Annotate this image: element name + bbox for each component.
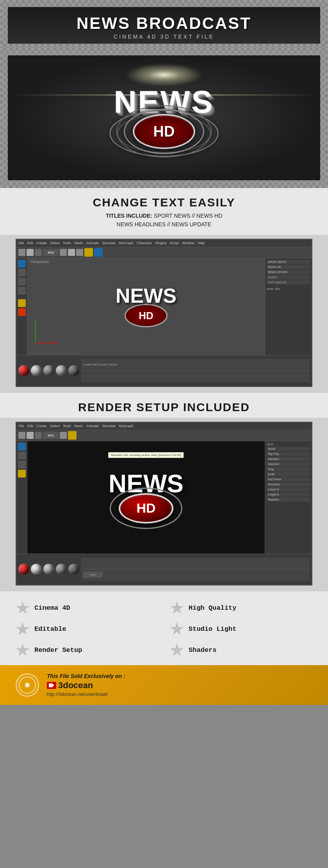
menu-create[interactable]: Create bbox=[36, 241, 47, 245]
c4d-viewport-2: Renders the currently active view [Short… bbox=[27, 441, 265, 554]
c4d-left-panel-1 bbox=[16, 258, 27, 355]
toolbar-icon-6[interactable] bbox=[68, 249, 75, 256]
c4d-screenshot-2: File Edit Create Select Tools Mesh Anima… bbox=[16, 422, 312, 586]
material-ball2-1[interactable] bbox=[18, 564, 29, 575]
right-item-point-light[interactable]: Point Light (x3) bbox=[267, 280, 310, 284]
material-ball2-2[interactable] bbox=[31, 564, 42, 575]
menu-file[interactable]: File bbox=[18, 241, 24, 245]
left-icon-4[interactable] bbox=[18, 287, 26, 295]
render-hd-badge: HD bbox=[119, 493, 173, 524]
left2-icon-3[interactable] bbox=[18, 461, 26, 469]
right2-item-scale[interactable]: Scale bbox=[267, 472, 310, 476]
c4d-right-panel-2: Mode Model Tag Prop... Standard Selectio… bbox=[265, 441, 312, 554]
menu2-select[interactable]: Select bbox=[50, 424, 60, 428]
vp-hd-text-1: HD bbox=[139, 310, 153, 322]
timeline-area-1[interactable]: Create Edit Function Texture bbox=[81, 359, 310, 382]
render-setup-title: RENDER SETUP INCLUDED bbox=[16, 401, 312, 414]
toolbar2-icon-1[interactable] bbox=[18, 432, 25, 439]
menu-character[interactable]: Character bbox=[137, 241, 152, 245]
toolbar-icon-9[interactable] bbox=[94, 248, 103, 257]
right2-item-tagprop[interactable]: Tag Prop... bbox=[267, 452, 310, 456]
left2-icon-4[interactable] bbox=[18, 470, 26, 477]
material-ball2-4[interactable] bbox=[56, 564, 67, 575]
material-ball-2[interactable] bbox=[31, 365, 42, 376]
right2-item-selection[interactable]: Selection bbox=[267, 462, 310, 466]
left-icon-3[interactable] bbox=[18, 278, 26, 286]
material-ball-5[interactable] bbox=[68, 365, 79, 376]
menu2-create[interactable]: Create bbox=[36, 424, 47, 428]
menu-edit[interactable]: Edit bbox=[27, 241, 34, 245]
menu-script[interactable]: Script bbox=[170, 241, 179, 245]
feature-badge-studio-light bbox=[170, 622, 184, 636]
right2-item-standard[interactable]: Standard bbox=[267, 457, 310, 461]
timeline-area-2[interactable]: Apply bbox=[81, 557, 310, 581]
material-ball2-3[interactable] bbox=[43, 564, 54, 575]
feature-badge-editable bbox=[16, 622, 30, 636]
right-item-news-update[interactable]: NEWS UPDATE bbox=[267, 270, 310, 274]
menu2-animate[interactable]: Animate bbox=[86, 424, 99, 428]
menu-mograph[interactable]: MoGraph bbox=[119, 241, 134, 245]
right2-item-keyframe[interactable]: Key Frame bbox=[267, 477, 310, 481]
menu-mesh[interactable]: Mesh bbox=[74, 241, 83, 245]
badge-star-cinema4d bbox=[16, 601, 30, 615]
left2-icon-1[interactable] bbox=[18, 443, 26, 451]
brand-icon-inner bbox=[49, 683, 54, 687]
menu2-simulate[interactable]: Simulate bbox=[102, 424, 116, 428]
toolbar-icons-2: XYZ bbox=[18, 431, 77, 440]
material-ball2-5[interactable] bbox=[68, 564, 79, 575]
left-icon-2[interactable] bbox=[18, 269, 26, 277]
menu2-mograph[interactable]: MoGraph bbox=[119, 424, 134, 428]
toolbar-icon-7[interactable] bbox=[76, 249, 83, 256]
footer-brand: 3docean bbox=[47, 680, 312, 690]
menu2-mesh[interactable]: Mesh bbox=[74, 424, 83, 428]
viewport-label-1: Perspective bbox=[30, 260, 49, 264]
toolbar2-icon-3[interactable] bbox=[35, 432, 42, 439]
toolbar2-icon-4[interactable]: XYZ bbox=[43, 432, 59, 439]
right2-item-length[interactable]: Length E... bbox=[267, 492, 310, 497]
toolbar2-icon-2[interactable] bbox=[27, 432, 34, 439]
right2-item-drag[interactable]: Drag bbox=[267, 467, 310, 471]
feature-item-shaders: Shaders bbox=[170, 643, 312, 657]
material-ball-3[interactable] bbox=[43, 365, 54, 376]
right-item-news-hd[interactable]: NEWS HD bbox=[267, 265, 310, 269]
c4d-body-2: Renders the currently active view [Short… bbox=[16, 441, 312, 554]
toolbar2-icon-5[interactable] bbox=[60, 432, 67, 439]
menu-help[interactable]: Help bbox=[198, 241, 205, 245]
menu-window[interactable]: Window bbox=[182, 241, 194, 245]
footer-url[interactable]: http://3docean.net/user/loswl/ bbox=[47, 692, 312, 697]
menu-plugins[interactable]: Plugins bbox=[155, 241, 167, 245]
right2-item-repetitio[interactable]: Repetitio... bbox=[267, 497, 310, 502]
menu2-file[interactable]: File bbox=[18, 424, 24, 428]
menu2-edit[interactable]: Edit bbox=[27, 424, 34, 428]
toolbar-icon-5[interactable] bbox=[60, 249, 67, 256]
menu-tools[interactable]: Tools bbox=[63, 241, 71, 245]
right2-item-geometry[interactable]: Geometry bbox=[267, 482, 310, 486]
right-item-sport-news[interactable]: SPORT NEWS bbox=[267, 260, 310, 264]
left2-icon-2[interactable] bbox=[18, 452, 26, 460]
toolbar-icon-2[interactable] bbox=[27, 249, 34, 256]
feature-item-cinema4d: Cinema 4D bbox=[16, 601, 158, 615]
left-icon-5[interactable] bbox=[18, 299, 26, 307]
vp-hd-badge-1: HD bbox=[125, 304, 168, 327]
toolbar-icon-1[interactable] bbox=[18, 249, 25, 256]
right2-item-cutout[interactable]: Cutout Id bbox=[267, 487, 310, 492]
feature-item-studio-light: Studio Light bbox=[170, 622, 312, 636]
menu-select[interactable]: Select bbox=[50, 241, 60, 245]
material-ball-4[interactable] bbox=[56, 365, 67, 376]
menu-simulate[interactable]: Simulate bbox=[102, 241, 116, 245]
menu-animate[interactable]: Animate bbox=[86, 241, 99, 245]
menu2-tools[interactable]: Tools bbox=[63, 424, 71, 428]
footer-logo-inner bbox=[19, 676, 36, 694]
feature-badge-shaders bbox=[170, 643, 184, 657]
right2-item-model[interactable]: Model bbox=[267, 447, 310, 451]
left-icon-6[interactable] bbox=[18, 308, 26, 316]
right-item-camera[interactable]: camera bbox=[267, 275, 310, 279]
toolbar-icon-3[interactable] bbox=[35, 249, 42, 256]
toolbar-icon-8[interactable] bbox=[84, 248, 93, 257]
c4d-viewport-1: Perspective NEWS HD bbox=[27, 258, 265, 355]
badge-star-editable bbox=[16, 622, 30, 636]
toolbar-icon-4[interactable]: XYZ bbox=[43, 249, 59, 256]
material-ball-1[interactable] bbox=[18, 365, 29, 376]
toolbar2-render-icon[interactable] bbox=[68, 431, 77, 440]
left-icon-1[interactable] bbox=[18, 260, 26, 268]
